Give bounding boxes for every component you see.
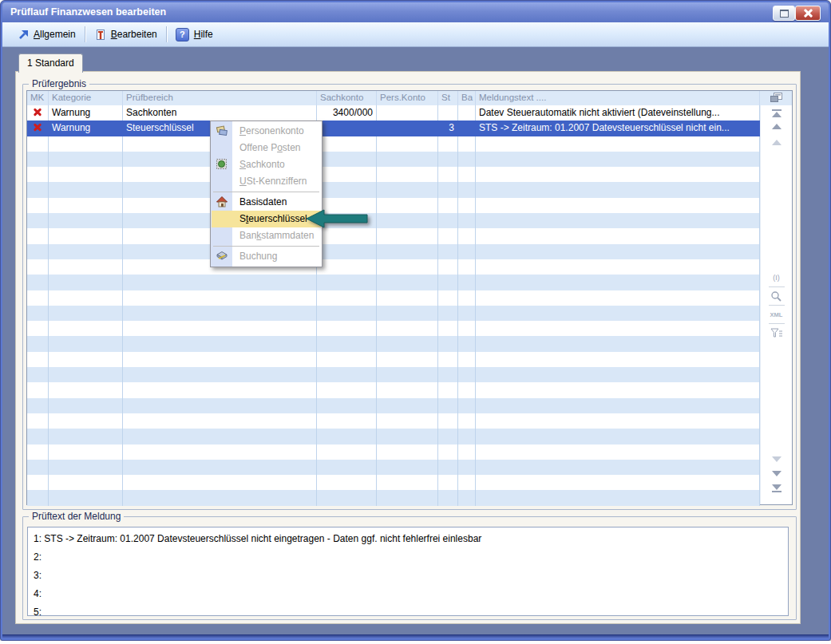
column-header-mk[interactable]: MK — [27, 91, 49, 105]
column-header-perskonto[interactable]: Pers.Konto — [377, 91, 438, 105]
column-header-sachkonto[interactable]: Sachkonto — [317, 91, 377, 105]
table-row-empty[interactable] — [27, 213, 760, 228]
cell-perskonto — [377, 382, 438, 397]
table-row-empty[interactable] — [27, 290, 760, 306]
cell-ba — [458, 321, 476, 336]
cell-perskonto — [377, 475, 438, 490]
cell-meldungstext — [476, 275, 760, 290]
tab-standard[interactable]: 1 Standard — [18, 53, 83, 73]
cell-sachkonto — [317, 259, 377, 275]
cell-st — [438, 228, 458, 243]
table-row-empty[interactable] — [27, 259, 760, 275]
booking-icon — [216, 250, 228, 263]
cell-sachkonto: 3400/000 — [317, 105, 377, 121]
cell-sachkonto — [317, 444, 377, 460]
message-line-1: 1: STS -> Zeitraum: 01.2007 Datevsteuers… — [28, 530, 788, 548]
toolbar-button-hilfe[interactable]: ?Hilfe — [168, 26, 220, 44]
column-header-meldungstext[interactable]: Meldungstext .... — [476, 91, 760, 105]
page-down-icon[interactable] — [772, 456, 782, 462]
table-row-empty[interactable] — [27, 244, 760, 259]
cell-kategorie — [49, 413, 123, 429]
table-row-empty[interactable] — [27, 136, 760, 152]
help-icon: ? — [176, 28, 189, 41]
cell-sachkonto — [317, 244, 377, 259]
table-row-empty[interactable] — [27, 367, 760, 382]
cell-sachkonto — [317, 228, 377, 243]
cell-meldungstext — [476, 429, 760, 444]
cell-meldungstext — [476, 444, 760, 460]
table-row-empty[interactable] — [27, 398, 760, 413]
table-row-empty[interactable] — [27, 490, 760, 505]
filter-icon[interactable] — [769, 324, 785, 342]
table-row-empty[interactable] — [27, 152, 760, 167]
cell-st: 3 — [438, 121, 458, 136]
table-row-empty[interactable] — [27, 352, 760, 367]
cell-mk — [27, 152, 49, 167]
column-header-ba[interactable]: Ba — [458, 91, 476, 105]
titlebar[interactable]: Prüflauf Finanzwesen bearbeiten — [2, 2, 829, 22]
cell-st — [438, 275, 458, 290]
scroll-to-bottom-icon[interactable] — [772, 484, 782, 493]
cell-ba — [458, 429, 476, 444]
toolbar-button-allgemein[interactable]: Allgemein — [10, 26, 83, 42]
column-header-pruefbereich[interactable]: Prüfbereich — [123, 91, 317, 105]
scroll-to-top-icon[interactable] — [772, 109, 782, 117]
cell-kategorie — [49, 460, 123, 475]
table-row-2[interactable]: WarnungSteuerschlüssel3STS -> Zeitraum: … — [27, 121, 760, 136]
column-header-kategorie[interactable]: Kategorie — [49, 91, 123, 105]
table-row-empty[interactable] — [27, 413, 760, 429]
xml-icon[interactable]: XML — [769, 306, 785, 324]
move-up-icon[interactable] — [772, 124, 782, 129]
table-row-empty[interactable] — [27, 167, 760, 182]
search-icon[interactable] — [769, 287, 785, 306]
arrow-up-right-icon — [18, 29, 29, 40]
table-row-1[interactable]: WarnungSachkonten3400/000Datev Steueraut… — [27, 105, 760, 121]
brackets-icon[interactable]: (I) — [769, 269, 785, 287]
cell-perskonto — [377, 429, 438, 444]
cell-mk — [27, 490, 49, 505]
table-row-empty[interactable] — [27, 182, 760, 197]
cell-sachkonto — [317, 367, 377, 382]
cell-sachkonto — [317, 321, 377, 336]
table-row-empty[interactable] — [27, 475, 760, 490]
cell-ba — [458, 460, 476, 475]
table-row-empty[interactable] — [27, 444, 760, 460]
restore-button[interactable] — [773, 6, 795, 21]
message-line-3: 3: — [28, 567, 788, 585]
close-button[interactable] — [795, 6, 821, 21]
cell-perskonto — [377, 244, 438, 259]
table-row-empty[interactable] — [27, 336, 760, 351]
menu-item-buchung: Buchung — [212, 248, 321, 265]
error-x-icon — [33, 122, 42, 132]
cell-ba — [458, 136, 476, 152]
table-row-empty[interactable] — [27, 306, 760, 321]
cell-st — [438, 198, 458, 213]
cell-ba — [458, 213, 476, 228]
message-groupbox: Prüftext der Meldung 1: STS -> Zeitraum:… — [22, 516, 797, 620]
cell-meldungstext — [476, 152, 760, 167]
cell-kategorie — [49, 352, 123, 367]
close-icon — [804, 9, 813, 18]
cell-st — [438, 306, 458, 321]
columns-icon[interactable] — [770, 92, 783, 105]
table-row-empty[interactable] — [27, 321, 760, 336]
toolbar-button-bearbeiten[interactable]: Bearbeiten — [87, 26, 164, 43]
table-row-empty[interactable] — [27, 382, 760, 397]
table-row-empty[interactable] — [27, 275, 760, 290]
cell-pruefbereich — [123, 367, 317, 382]
result-groupbox: Prüfergebnis MKKategoriePrüfbereichSachk… — [22, 84, 797, 510]
page-up-icon[interactable] — [772, 140, 782, 145]
cell-ba — [458, 244, 476, 259]
cell-meldungstext — [476, 413, 760, 429]
cell-ba — [458, 259, 476, 275]
column-header-st[interactable]: St — [438, 91, 458, 105]
move-down-icon[interactable] — [772, 471, 782, 476]
table-row-empty[interactable] — [27, 198, 760, 213]
table-row-empty[interactable] — [27, 460, 760, 475]
cell-ba — [458, 490, 476, 505]
table-row-empty[interactable] — [27, 429, 760, 444]
dialog-window: Prüflauf Finanzwesen bearbeiten Allgemei… — [0, 0, 831, 641]
table-row-empty[interactable] — [27, 228, 760, 243]
menu-separator — [213, 192, 319, 192]
cell-mk — [27, 198, 49, 213]
